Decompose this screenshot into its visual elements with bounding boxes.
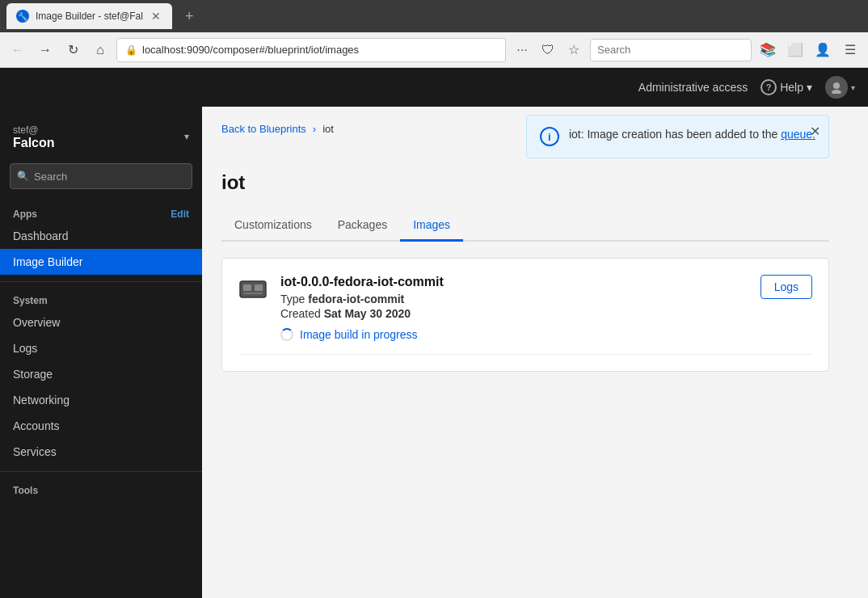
sidebar-item-dashboard[interactable]: Dashboard — [0, 223, 202, 249]
image-status: Image build in progress — [280, 328, 748, 341]
notification-close-button[interactable]: ✕ — [810, 124, 820, 139]
image-card: iot-0.0.0-fedora-iot-commit Type fedora-… — [221, 258, 829, 372]
home-button[interactable]: ⌂ — [89, 39, 112, 61]
back-to-blueprints-link[interactable]: Back to Blueprints — [221, 123, 306, 135]
created-value: Sat May 30 2020 — [324, 307, 411, 320]
notification-text: iot: Image creation has been added to th… — [569, 127, 815, 143]
brand-user: stef@ — [13, 124, 39, 136]
search-placeholder: Search — [34, 171, 67, 183]
accounts-label: Accounts — [13, 419, 60, 432]
reload-button[interactable]: ↻ — [61, 39, 84, 61]
url-text: localhost:9090/composer#/blueprint/iot/i… — [142, 44, 359, 56]
bookmark-icon[interactable]: 🛡 — [537, 39, 559, 61]
sidebar-item-image-builder[interactable]: Image Builder — [0, 249, 202, 275]
image-name: iot-0.0.0-fedora-iot-commit — [280, 275, 748, 289]
build-status-text: Image build in progress — [300, 328, 418, 341]
apps-label: Apps — [13, 208, 37, 220]
image-created: Created Sat May 30 2020 — [280, 307, 748, 320]
address-bar[interactable]: 🔒 localhost:9090/composer#/blueprint/iot… — [116, 38, 506, 62]
brand-caret: ▾ — [184, 131, 189, 142]
overview-label: Overview — [13, 316, 60, 329]
svg-point-0 — [833, 82, 840, 89]
bookmarks-icon[interactable]: 📚 — [756, 39, 779, 61]
created-label: Created — [280, 307, 321, 320]
new-tab-button[interactable]: + — [179, 5, 200, 28]
type-value: fedora-iot-commit — [308, 293, 404, 305]
help-icon: ? — [761, 79, 777, 95]
build-spinner — [280, 328, 293, 341]
user-menu-caret[interactable]: ▾ — [851, 83, 855, 92]
image-builder-label: Image Builder — [13, 255, 82, 268]
tools-section-label: Tools — [0, 478, 202, 499]
card-divider — [238, 354, 812, 355]
services-label: Services — [13, 445, 57, 458]
help-label: Help — [780, 81, 803, 94]
tab-customizations[interactable]: Customizations — [221, 210, 325, 242]
help-button[interactable]: ? Help ▾ — [761, 79, 812, 95]
sidebar-divider-2 — [0, 471, 202, 472]
more-button[interactable]: ··· — [511, 39, 533, 61]
breadcrumb: Back to Blueprints › iot — [221, 123, 526, 135]
profile-icon[interactable]: 👤 — [811, 39, 834, 61]
networking-label: Networking — [13, 394, 70, 406]
brand-name: Falcon — [13, 136, 55, 150]
sidebar: stef@ Falcon ▾ 🔍 Search Apps Edit Dashbo… — [0, 107, 202, 598]
page-title: iot — [221, 171, 829, 194]
breadcrumb-separator: › — [313, 123, 316, 135]
breadcrumb-current: iot — [322, 123, 334, 135]
browser-tab[interactable]: 🔧 Image Builder - stef@Fal ✕ — [6, 3, 172, 29]
svg-rect-4 — [255, 284, 263, 291]
tab-images[interactable]: Images — [400, 210, 463, 242]
sidebar-divider-1 — [0, 281, 202, 282]
sidebar-search[interactable]: 🔍 Search — [10, 163, 192, 189]
sidebar-item-networking[interactable]: Networking — [0, 387, 202, 413]
sidebar-item-accounts[interactable]: Accounts — [0, 413, 202, 439]
menu-icon[interactable]: ☰ — [839, 39, 862, 61]
admin-access-label: Administrative access — [638, 81, 748, 94]
sidebar-item-services[interactable]: Services — [0, 439, 202, 465]
security-icon: 🔒 — [125, 44, 137, 56]
browser-search-input[interactable] — [590, 39, 752, 61]
tab-title: Image Builder - stef@Fal — [36, 11, 143, 22]
search-icon: 🔍 — [17, 171, 29, 182]
image-details: iot-0.0.0-fedora-iot-commit Type fedora-… — [280, 275, 748, 341]
notification-icon: i — [540, 127, 559, 146]
brand-section[interactable]: stef@ Falcon ▾ — [0, 116, 202, 163]
forward-button[interactable]: → — [34, 39, 57, 61]
tab-favicon: 🔧 — [16, 10, 29, 23]
apps-edit-button[interactable]: Edit — [171, 208, 189, 220]
logs-button[interactable]: Logs — [761, 275, 812, 299]
system-section-label: System — [0, 288, 202, 310]
image-type: Type fedora-iot-commit — [280, 293, 748, 305]
tab-close-button[interactable]: ✕ — [150, 8, 162, 24]
svg-point-1 — [832, 90, 841, 94]
image-type-icon — [238, 275, 268, 304]
storage-label: Storage — [13, 368, 53, 381]
sidebar-item-storage[interactable]: Storage — [0, 361, 202, 387]
sidebar-item-overview[interactable]: Overview — [0, 310, 202, 335]
sidebar-item-logs[interactable]: Logs — [0, 335, 202, 361]
help-caret: ▾ — [807, 81, 812, 94]
notification-banner: i iot: Image creation has been added to … — [526, 115, 829, 158]
svg-rect-3 — [243, 284, 251, 291]
synced-tabs-icon[interactable]: ⬜ — [784, 39, 807, 61]
tools-label: Tools — [13, 485, 38, 496]
dashboard-label: Dashboard — [13, 230, 69, 242]
logs-label: Logs — [13, 342, 37, 355]
tab-bar: Customizations Packages Images — [221, 210, 829, 242]
svg-rect-5 — [243, 293, 263, 294]
star-icon[interactable]: ☆ — [563, 39, 585, 61]
system-label: System — [13, 295, 48, 306]
back-button[interactable]: ← — [6, 39, 29, 61]
user-avatar[interactable] — [825, 76, 848, 99]
app-header: Administrative access ? Help ▾ ▾ — [0, 68, 868, 107]
apps-section-label: Apps Edit — [0, 202, 202, 223]
type-label: Type — [280, 293, 305, 305]
content-area: i iot: Image creation has been added to … — [202, 107, 868, 598]
tab-packages[interactable]: Packages — [325, 210, 400, 242]
